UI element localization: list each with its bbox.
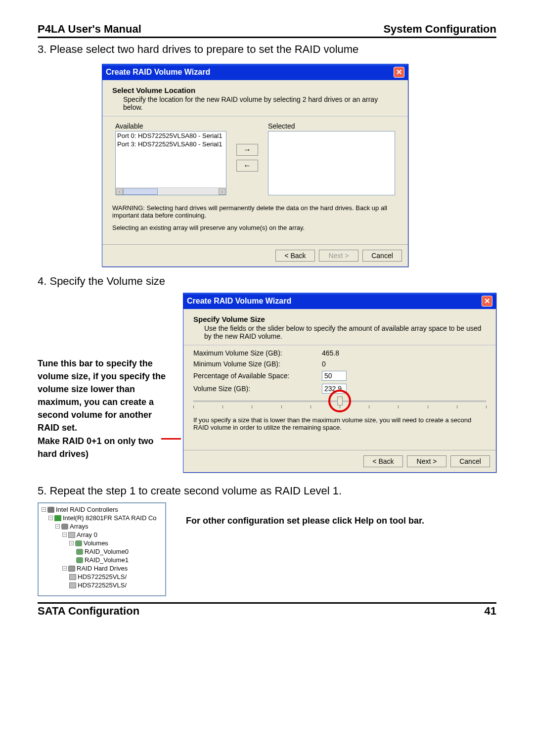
- tree-node-volumes[interactable]: − Volumes: [42, 539, 162, 547]
- header-left: P4LA User's Manual: [38, 23, 141, 36]
- min-size-value: 0: [322, 360, 326, 368]
- min-size-label: Minimum Volume Size (GB):: [193, 360, 322, 368]
- volume-icon: [76, 557, 83, 563]
- collapse-icon[interactable]: −: [42, 507, 46, 512]
- step4-annotation: Tune this bar to specify the volume size…: [38, 357, 171, 460]
- max-size-value: 465.8: [322, 349, 339, 357]
- tree-node-intel-controller[interactable]: − Intel(R) 82801FR SATA RAID Co: [42, 514, 162, 522]
- raid-tree-panel[interactable]: − Intel RAID Controllers − Intel(R) 8280…: [38, 502, 166, 596]
- step5-text: 5. Repeat the step 1 to create second vo…: [38, 485, 496, 497]
- back-button[interactable]: < Back: [363, 455, 403, 467]
- collapse-icon[interactable]: −: [62, 566, 67, 571]
- array-icon: [68, 532, 75, 538]
- page-footer: SATA Configuration 41: [38, 602, 496, 618]
- available-listbox[interactable]: Port 0: HDS722525VLSA80 - Serial1 Port 3…: [115, 131, 226, 195]
- card-icon: [54, 515, 61, 521]
- tree-node-raid-volume0[interactable]: RAID_Volume0: [42, 547, 162, 556]
- header-right: System Configuration: [383, 23, 496, 36]
- hard-drives-icon: [68, 566, 75, 572]
- annotation-circle: [328, 390, 351, 412]
- dialog1-warning: WARNING: Selecting hard drives will perm…: [112, 204, 398, 219]
- tree-node-hd0[interactable]: HDS722525VLS/: [42, 573, 162, 581]
- scroll-right-icon[interactable]: ›: [219, 188, 225, 195]
- dialog1-titlebar: Create RAID Volume Wizard ✕: [102, 64, 408, 80]
- close-icon[interactable]: ✕: [394, 67, 404, 78]
- tree-node-raid-hard-drives[interactable]: − RAID Hard Drives: [42, 564, 162, 573]
- scroll-left-icon[interactable]: ‹: [116, 188, 123, 195]
- dialog1-title: Create RAID Volume Wizard: [106, 68, 210, 77]
- dialog-select-volume-location: Create RAID Volume Wizard ✕ Select Volum…: [102, 64, 408, 267]
- collapse-icon[interactable]: −: [69, 541, 74, 545]
- tree-node-controllers[interactable]: − Intel RAID Controllers: [42, 505, 162, 514]
- dialog1-note: Selecting an existing array will preserv…: [112, 224, 398, 231]
- close-icon[interactable]: ✕: [482, 296, 492, 307]
- footer-page-number: 41: [485, 605, 496, 618]
- next-button: Next >: [319, 250, 358, 262]
- next-button[interactable]: Next >: [407, 455, 446, 467]
- available-label: Available: [115, 122, 226, 130]
- move-left-button[interactable]: ←: [236, 160, 258, 172]
- cancel-button[interactable]: Cancel: [450, 455, 490, 467]
- available-item-1[interactable]: Port 3: HDS722525VLSA80 - Serial1: [116, 140, 226, 148]
- collapse-icon[interactable]: −: [48, 516, 53, 520]
- drive-icon: [69, 574, 76, 580]
- volumes-icon: [75, 540, 82, 546]
- tree-node-arrays[interactable]: − Arrays: [42, 522, 162, 531]
- tree-node-array0[interactable]: − Array 0: [42, 531, 162, 539]
- cancel-button[interactable]: Cancel: [362, 250, 402, 262]
- percentage-input[interactable]: 50: [322, 371, 347, 381]
- arrow-left-icon: ←: [243, 161, 251, 170]
- available-item-0[interactable]: Port 0: HDS722525VLSA80 - Serial1: [116, 132, 226, 140]
- dialog2-subtitle: Specify Volume Size: [193, 315, 486, 323]
- help-note: For other configuration set please click…: [186, 502, 424, 527]
- page-header: P4LA User's Manual System Configuration: [38, 23, 496, 38]
- dialog2-note: If you specify a size that is lower than…: [193, 416, 486, 431]
- selected-label: Selected: [268, 122, 395, 130]
- footer-left: SATA Configuration: [38, 605, 139, 618]
- dialog2-footer: < Back Next > Cancel: [183, 450, 496, 472]
- percentage-label: Percentage of Available Space:: [193, 372, 322, 380]
- tree-node-hd1[interactable]: HDS722525VLS/: [42, 581, 162, 589]
- step4-text: 4. Specify the Volume size: [38, 275, 496, 288]
- selected-listbox[interactable]: [268, 131, 395, 195]
- dialog2-desc: Use the fields or the slider below to sp…: [193, 324, 486, 340]
- controller-icon: [47, 507, 54, 513]
- dialog1-subtitle: Select Volume Location: [112, 86, 398, 94]
- volume-size-label: Volume Size (GB):: [193, 385, 322, 393]
- scroll-thumb[interactable]: [123, 188, 158, 195]
- collapse-icon[interactable]: −: [62, 533, 67, 537]
- dialog-specify-volume-size: Create RAID Volume Wizard ✕ Specify Volu…: [183, 293, 496, 473]
- drive-icon: [69, 582, 76, 588]
- back-button[interactable]: < Back: [275, 250, 315, 262]
- dialog2-titlebar: Create RAID Volume Wizard ✕: [183, 293, 496, 309]
- move-right-button[interactable]: →: [236, 144, 258, 156]
- step3-text: 3. Please select two hard drives to prep…: [38, 43, 496, 56]
- annotation-pointer-line: [161, 438, 181, 440]
- dialog1-footer: < Back Next > Cancel: [102, 244, 408, 267]
- dialog1-desc: Specify the location for the new RAID vo…: [112, 95, 398, 111]
- max-size-label: Maximum Volume Size (GB):: [193, 349, 322, 357]
- volume-icon: [76, 549, 83, 555]
- arrow-right-icon: →: [243, 145, 251, 154]
- arrays-icon: [61, 524, 68, 530]
- collapse-icon[interactable]: −: [55, 524, 60, 529]
- tree-node-raid-volume1[interactable]: RAID_Volume1: [42, 556, 162, 564]
- dialog2-title: Create RAID Volume Wizard: [187, 297, 291, 306]
- available-scrollbar[interactable]: ‹ ›: [116, 187, 226, 195]
